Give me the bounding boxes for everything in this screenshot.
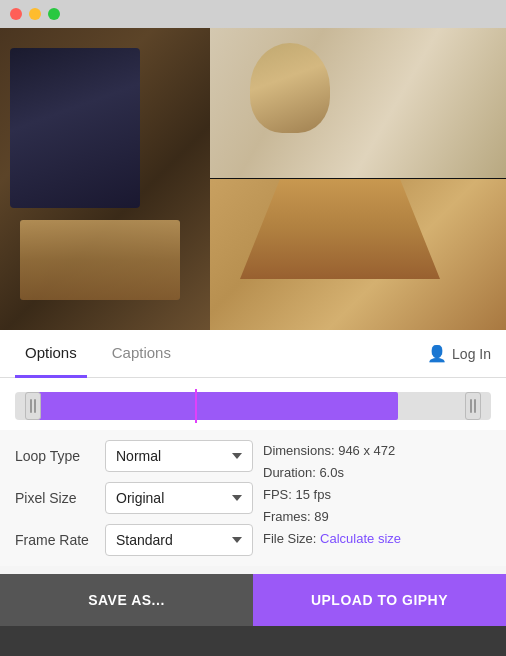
frame-rate-select[interactable]: Standard: [105, 524, 253, 556]
loop-type-label: Loop Type: [15, 448, 95, 464]
chevron-down-icon: [232, 537, 242, 543]
maximize-button[interactable]: [48, 8, 60, 20]
calculate-size-link[interactable]: Calculate size: [320, 531, 401, 546]
loop-type-value: Normal: [116, 448, 161, 464]
duration-label: Duration:: [263, 465, 316, 480]
controls-panel: Options Captions 👤 Log In: [0, 330, 506, 626]
handle-line: [470, 399, 472, 413]
dimensions-value: 946 x 472: [338, 443, 395, 458]
tab-captions[interactable]: Captions: [102, 330, 181, 378]
slider-fill: [33, 392, 398, 420]
close-button[interactable]: [10, 8, 22, 20]
save-as-button[interactable]: SAVE AS...: [0, 574, 253, 626]
dimensions-label: Dimensions:: [263, 443, 335, 458]
dimensions-info: Dimensions: 946 x 472: [263, 440, 491, 462]
video-preview: [0, 28, 506, 330]
bottom-buttons: SAVE AS... UPLOAD TO GIPHY: [0, 574, 506, 626]
filesize-label: File Size:: [263, 531, 316, 546]
loop-type-row: Loop Type Normal: [15, 440, 253, 472]
title-bar: [0, 0, 506, 28]
pixel-size-select[interactable]: Original: [105, 482, 253, 514]
chevron-down-icon: [232, 453, 242, 459]
frame-rate-value: Standard: [116, 532, 173, 548]
video-frame-main: [0, 28, 210, 330]
frame-rate-label: Frame Rate: [15, 532, 95, 548]
duration-value: 6.0s: [319, 465, 344, 480]
options-info-col: Dimensions: 946 x 472 Duration: 6.0s FPS…: [253, 440, 491, 556]
frames-value: 89: [314, 509, 328, 524]
handle-line: [34, 399, 36, 413]
video-frame-top-right: [210, 28, 506, 179]
options-grid: Loop Type Normal Pixel Size Original Fra…: [0, 430, 506, 566]
tab-options[interactable]: Options: [15, 330, 87, 378]
login-button[interactable]: 👤 Log In: [427, 344, 491, 363]
pixel-size-label: Pixel Size: [15, 490, 95, 506]
options-left-col: Loop Type Normal Pixel Size Original Fra…: [15, 440, 253, 556]
chevron-down-icon: [232, 495, 242, 501]
frame-rate-row: Frame Rate Standard: [15, 524, 253, 556]
tab-bar: Options Captions 👤 Log In: [0, 330, 506, 378]
slider-handle-left[interactable]: [25, 392, 41, 420]
fps-info: FPS: 15 fps: [263, 484, 491, 506]
slider-track[interactable]: [15, 392, 491, 420]
video-frame-bottom-right: [210, 179, 506, 330]
duration-info: Duration: 6.0s: [263, 462, 491, 484]
slider-handle-right[interactable]: [465, 392, 481, 420]
upload-to-giphy-button[interactable]: UPLOAD TO GIPHY: [253, 574, 506, 626]
frames-label: Frames:: [263, 509, 311, 524]
handle-line: [474, 399, 476, 413]
handle-line: [30, 399, 32, 413]
minimize-button[interactable]: [29, 8, 41, 20]
pixel-size-value: Original: [116, 490, 164, 506]
frames-info: Frames: 89: [263, 506, 491, 528]
pixel-size-row: Pixel Size Original: [15, 482, 253, 514]
timeline-slider-area: [0, 378, 506, 430]
fps-value: 15 fps: [296, 487, 331, 502]
fps-label: FPS:: [263, 487, 292, 502]
user-icon: 👤: [427, 344, 447, 363]
filesize-info: File Size: Calculate size: [263, 528, 491, 550]
loop-type-select[interactable]: Normal: [105, 440, 253, 472]
playhead-marker: [195, 389, 197, 423]
